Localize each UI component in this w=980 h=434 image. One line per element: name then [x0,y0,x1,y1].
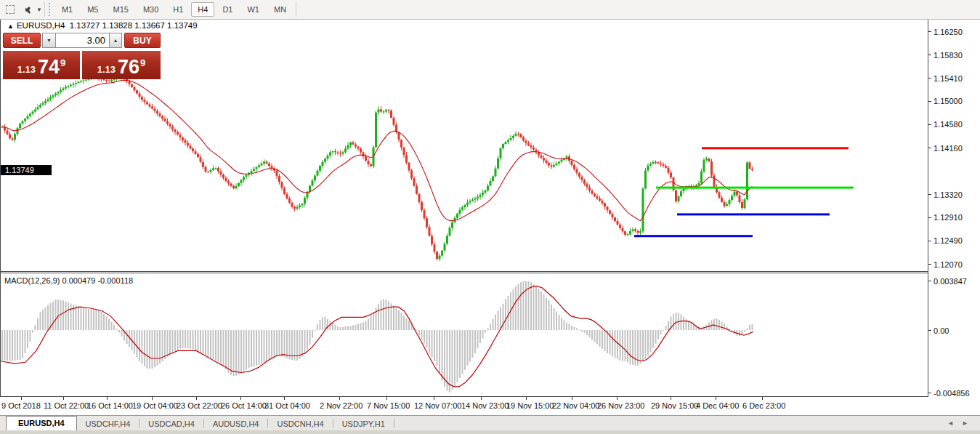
time-axis-tick [386,397,387,400]
price-tick-label: 1.12910 [934,213,963,222]
macd-axis-tick [928,281,931,281]
sell-button[interactable]: SELL [3,33,41,48]
time-tick-label: 6 Dec 23:00 [742,401,785,410]
status-strip [0,430,980,434]
timeframe-button-w1[interactable]: W1 [240,2,266,17]
price-axis-tick [928,264,931,265]
macd-pane[interactable] [0,273,928,396]
tab-scroll-left-button[interactable]: ◄ [947,419,954,427]
ask-pipette: 9 [140,57,145,68]
time-tick-label: 23 Oct 22:00 [177,401,222,410]
price-axis[interactable]: 1.162501.158301.154101.150001.145801.141… [928,20,980,397]
volume-decrease-button[interactable]: ▼ [42,33,56,48]
timeframe-button-m30[interactable]: M30 [137,2,165,17]
timeframe-button-m15[interactable]: M15 [106,2,134,17]
time-axis-tick [63,397,64,400]
tab-eurusdh4[interactable]: EURUSD,H4 [6,416,77,430]
ohlc-values: 1.13727 1.13828 1.13667 1.13749 [70,21,198,30]
price-tick-label: 1.15830 [934,51,963,60]
timeframe-button-d1[interactable]: D1 [216,2,239,17]
time-axis-tick [526,397,527,400]
macd-axis-tick [928,330,931,331]
time-axis-tick [21,397,22,400]
time-axis-tick [284,397,285,400]
tile-windows-icon[interactable] [20,3,35,16]
ask-prefix: 1.13 [97,64,116,75]
time-axis-tick [240,397,241,400]
price-axis-tick [928,101,931,102]
quote-panel-title: ▲EURUSD,H4 1.13727 1.13828 1.13667 1.137… [7,21,198,30]
price-tick-label: 1.13320 [934,190,963,199]
time-tick-label: 26 Oct 14:00 [221,401,267,410]
trend-line-3[interactable] [677,213,830,215]
timeframe-button-h4[interactable]: H4 [191,2,214,17]
time-tick-label: 19 Oct 04:00 [132,401,178,410]
collapse-panel-button[interactable]: ▲ [7,23,14,30]
ask-price[interactable]: 1.13769 [82,51,161,79]
tab-separator [394,419,394,427]
macd-tick-label: 0.003847 [934,277,967,286]
time-axis-tick [617,397,617,400]
macd-tick-label: 0.00 [934,326,949,335]
bid-price[interactable]: 1.13749 [3,51,80,79]
time-axis-tick [671,397,671,400]
dropdown-caret-icon[interactable]: ▼ [36,7,42,13]
time-tick-label: 7 Nov 15:00 [367,401,410,410]
chart-region: MACD(12,26,9) 0.000479 -0.000118 1.16250… [0,20,980,415]
time-axis-tick [107,397,108,400]
volume-increase-button[interactable]: ▲ [109,33,122,48]
time-tick-label: 9 Oct 2018 [1,401,41,410]
current-price-tag: 1.13749 [1,165,52,175]
trend-line-2[interactable] [656,187,854,189]
timeframe-button-h1[interactable]: H1 [166,2,190,17]
price-tick-label: 1.15000 [934,97,963,105]
macd-tick-label: -0.004856 [934,389,970,398]
time-tick-label: 11 Oct 22:00 [44,401,89,410]
price-axis-tick [928,194,931,195]
time-tick-label: 31 Oct 04:00 [264,401,310,410]
timeframe-button-mn[interactable]: MN [267,2,293,17]
price-pane-bottom-border [0,271,928,272]
price-tick-label: 1.14160 [934,144,963,153]
tab-usdjpyh1[interactable]: USDJPY,H1 [333,417,394,430]
toolbar-separator-2 [296,2,296,17]
chart-shift-icon[interactable] [3,3,17,16]
tab-usdcadh4[interactable]: USDCAD,H4 [139,417,203,430]
bid-pipette: 9 [60,57,65,68]
tab-usdchfh4[interactable]: USDCHF,H4 [77,417,139,430]
time-axis-tick [434,397,434,400]
price-tick-label: 1.16250 [934,28,963,36]
timeframe-button-m1[interactable]: M1 [55,2,79,17]
time-axis[interactable]: 9 Oct 201811 Oct 22:0016 Oct 14:0019 Oct… [0,397,928,415]
time-axis-tick [716,397,716,400]
toolbar-grip[interactable] [49,3,52,16]
timeframe-group: M1M5M15M30H1H4D1W1MN [54,2,293,17]
price-axis-tick [928,124,931,125]
tab-scroll-right-button[interactable]: ► [962,419,968,427]
trend-line-1[interactable] [702,147,849,149]
time-axis-tick [339,397,340,400]
price-axis-tick [928,241,931,241]
time-tick-label: 16 Oct 14:00 [87,401,133,410]
trend-line-4[interactable] [634,235,753,237]
price-tick-label: 1.15410 [934,74,963,83]
timeframe-button-m5[interactable]: M5 [81,2,105,17]
chart-shift-glyph [6,5,15,14]
tab-usdcnhh4[interactable]: USDCNH,H4 [268,417,332,430]
ma-line [2,80,753,220]
time-tick-label: 4 Dec 04:00 [696,401,739,410]
volume-input[interactable] [55,33,110,48]
tab-audusdh4[interactable]: AUDUSD,H4 [204,417,268,430]
buy-button[interactable]: BUY [124,33,161,48]
price-axis-tick [928,148,931,148]
time-axis-tick [152,397,153,400]
price-tick-label: 1.12070 [934,260,963,269]
chart-left-border [0,20,1,397]
macd-axis-tick [928,393,931,393]
mt4-window: ▼ M1M5M15M30H1H4D1W1MN MACD(12,26,9) 0.0… [0,0,980,434]
time-tick-label: 19 Nov 15:00 [506,401,554,410]
chart-tabbar: EURUSD,H4USDCHF,H4USDCAD,H4AUDUSD,H4USDC… [0,415,980,430]
price-axis-tick [928,78,931,79]
time-tick-label: 2 Nov 22:00 [320,401,363,410]
time-tick-label: 14 Nov 23:00 [461,401,509,410]
